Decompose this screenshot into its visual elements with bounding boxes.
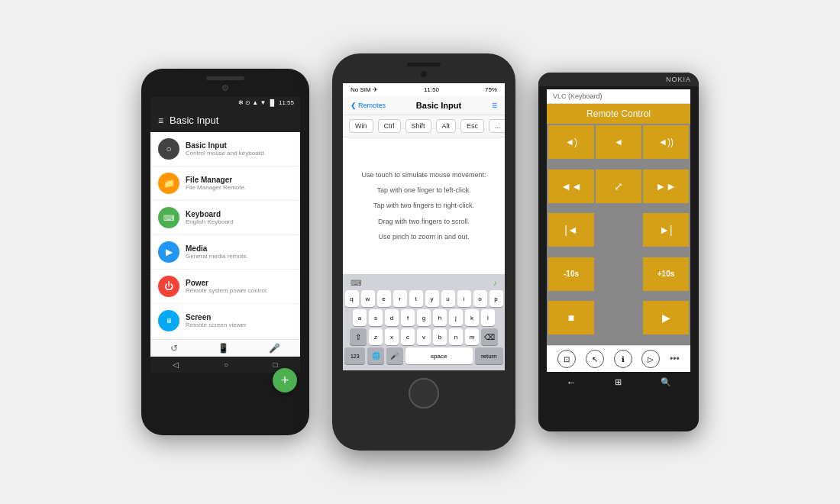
fast-forward-button[interactable]: ►► bbox=[643, 170, 689, 203]
recent-button[interactable]: □ bbox=[273, 360, 278, 369]
screen-mode-icon[interactable]: ⊡ bbox=[557, 350, 576, 368]
vol-down-button[interactable]: ◄) bbox=[548, 125, 594, 159]
esc-key[interactable]: Esc bbox=[460, 119, 484, 133]
rewind-button[interactable]: ◄◄ bbox=[548, 170, 594, 203]
key-a[interactable]: a bbox=[353, 309, 367, 326]
windows-phone: NOKIA VLC (Keyboard) Remote Control ◄) ◄… bbox=[538, 73, 699, 431]
keyboard-row-3: ⇧ z x c v b n m ⌫ bbox=[344, 328, 503, 345]
list-item[interactable]: ⌨ Keyboard English Keyboard bbox=[150, 201, 300, 235]
info-icon[interactable]: ℹ bbox=[614, 350, 632, 368]
list-item[interactable]: ⏻ Power Remote system power control. bbox=[150, 270, 300, 304]
win-key[interactable]: Win bbox=[349, 119, 373, 133]
basic-input-text: Basic Input Control mouse and keyboard. bbox=[186, 141, 266, 157]
android-fab-button[interactable]: + bbox=[273, 368, 297, 393]
ios-nav-menu-icon[interactable]: ≡ bbox=[492, 100, 497, 111]
music-icon[interactable]: ♪ bbox=[493, 279, 497, 287]
key-n[interactable]: n bbox=[449, 328, 463, 345]
key-g[interactable]: g bbox=[417, 309, 431, 326]
key-mic[interactable]: 🎤 bbox=[386, 347, 403, 364]
key-i[interactable]: i bbox=[457, 290, 471, 307]
vol-mute-button[interactable]: ◄ bbox=[596, 125, 641, 159]
key-h[interactable]: h bbox=[433, 309, 447, 326]
refresh-icon[interactable]: ↺ bbox=[170, 343, 178, 354]
device-icon[interactable]: 📱 bbox=[218, 343, 229, 354]
key-e[interactable]: e bbox=[377, 290, 391, 307]
ios-touchpad[interactable]: Use touch to simulate mouse movement: Ta… bbox=[343, 137, 505, 274]
key-v[interactable]: v bbox=[417, 328, 431, 345]
stop-button[interactable]: ■ bbox=[548, 301, 594, 334]
alt-key[interactable]: Alt bbox=[436, 119, 457, 133]
iphone-home-button[interactable] bbox=[409, 378, 439, 409]
key-w[interactable]: w bbox=[361, 290, 375, 307]
key-s[interactable]: s bbox=[369, 309, 383, 326]
key-t[interactable]: t bbox=[409, 290, 423, 307]
skip-fwd-button[interactable]: ►| bbox=[643, 213, 689, 247]
ios-back-label: Remotes bbox=[358, 102, 386, 109]
android-speaker bbox=[206, 76, 244, 80]
key-o[interactable]: o bbox=[473, 290, 487, 307]
win-back-button[interactable]: ← bbox=[566, 376, 576, 388]
play-button[interactable]: ▶ bbox=[643, 301, 689, 334]
minus-10-button[interactable]: -10s bbox=[548, 257, 594, 291]
iphone-camera bbox=[421, 71, 427, 77]
vol-up-icon: ◄)) bbox=[658, 137, 674, 147]
keyboard-toggle-icon[interactable]: ⌨ bbox=[351, 279, 361, 287]
key-b[interactable]: b bbox=[433, 328, 447, 345]
ctrl-key[interactable]: Ctrl bbox=[378, 119, 401, 133]
item-subtitle: English Keyboard bbox=[186, 218, 234, 225]
more-options-icon[interactable]: ••• bbox=[670, 354, 680, 364]
key-globe[interactable]: 🌐 bbox=[367, 347, 384, 364]
vol-up-button[interactable]: ◄)) bbox=[643, 125, 689, 159]
key-space[interactable]: space bbox=[405, 347, 473, 364]
list-item[interactable]: 📁 File Manager File Manager Remote. bbox=[150, 166, 300, 201]
shift-key[interactable]: Shift bbox=[405, 119, 431, 133]
key-d[interactable]: d bbox=[385, 309, 399, 326]
ios-battery: 75% bbox=[485, 86, 497, 93]
ios-status-bar: No SIM ✈ 11:50 75% bbox=[343, 83, 505, 96]
skip-back-icon: |◄ bbox=[564, 224, 578, 236]
key-q[interactable]: q bbox=[345, 290, 359, 307]
back-button[interactable]: ◁ bbox=[173, 360, 179, 369]
fast-forward-icon: ►► bbox=[655, 180, 677, 192]
key-c[interactable]: c bbox=[401, 328, 415, 345]
item-title: Basic Input bbox=[186, 141, 266, 150]
key-y[interactable]: y bbox=[425, 290, 439, 307]
list-item[interactable]: ▶ Media General media remote. bbox=[150, 235, 300, 270]
key-shift[interactable]: ⇧ bbox=[350, 328, 367, 345]
touchpad-instruction-1: Use touch to simulate mouse movement: bbox=[361, 170, 486, 180]
pointer-mode-icon[interactable]: ↖ bbox=[586, 350, 604, 368]
keyboard-row-4: 123 🌐 🎤 space return bbox=[344, 347, 503, 364]
win-nav-bar: ← ⊞ 🔍 bbox=[547, 372, 690, 393]
android-toolbar-title: Basic Input bbox=[170, 115, 218, 126]
key-u[interactable]: u bbox=[441, 290, 455, 307]
key-f[interactable]: f bbox=[401, 309, 415, 326]
android-menu-icon[interactable]: ≡ bbox=[158, 115, 163, 126]
more-keys[interactable]: ... bbox=[489, 119, 505, 133]
key-j[interactable]: j bbox=[449, 309, 463, 326]
key-m[interactable]: m bbox=[465, 328, 479, 345]
list-item[interactable]: ○ Basic Input Control mouse and keyboard… bbox=[150, 132, 300, 166]
key-return[interactable]: return bbox=[475, 347, 503, 364]
win-home-button[interactable]: ⊞ bbox=[615, 377, 622, 387]
key-r[interactable]: r bbox=[393, 290, 407, 307]
key-123[interactable]: 123 bbox=[344, 347, 365, 364]
key-k[interactable]: k bbox=[465, 309, 479, 326]
key-l[interactable]: l bbox=[481, 309, 495, 326]
list-item[interactable]: 🖥 Screen Remote screen viewer bbox=[150, 304, 300, 338]
key-x[interactable]: x bbox=[385, 328, 399, 345]
play-mode-icon[interactable]: ▷ bbox=[641, 350, 660, 368]
key-p[interactable]: p bbox=[489, 290, 503, 307]
win-search-button[interactable]: 🔍 bbox=[661, 377, 671, 387]
skip-back-button[interactable]: |◄ bbox=[548, 213, 594, 247]
home-button[interactable]: ○ bbox=[224, 360, 228, 369]
ios-back-button[interactable]: ❮ Remotes bbox=[351, 102, 386, 109]
key-z[interactable]: z bbox=[369, 328, 383, 345]
fullscreen-button[interactable]: ⤢ bbox=[596, 170, 641, 203]
play-icon: ▶ bbox=[662, 312, 670, 324]
android-screen: ✻ ⊙ ▲ ▼ ▐▌ 11:55 ≡ Basic Input ○ Basic I… bbox=[150, 97, 300, 357]
keyboard-row-2: a s d f g h j k l bbox=[344, 309, 503, 326]
plus-10-button[interactable]: +10s bbox=[643, 257, 689, 291]
key-delete[interactable]: ⌫ bbox=[481, 328, 498, 345]
mic-icon[interactable]: 🎤 bbox=[269, 343, 280, 354]
iphone-speaker bbox=[407, 63, 441, 66]
